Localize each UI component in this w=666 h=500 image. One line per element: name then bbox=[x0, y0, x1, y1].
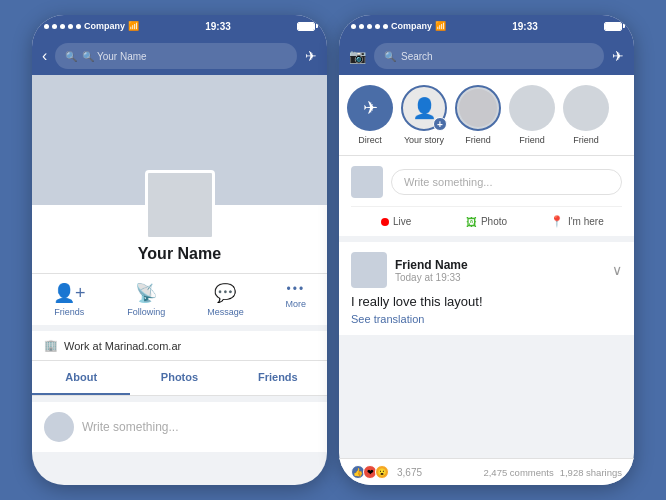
reaction-icons: 👍 ❤ 😮 bbox=[351, 465, 389, 479]
r-signal-dot-1 bbox=[351, 24, 356, 29]
signal-dot-2 bbox=[52, 24, 57, 29]
write-placeholder[interactable]: Write something... bbox=[82, 420, 178, 434]
profile-tab-bar: About Photos Friends bbox=[32, 360, 327, 396]
right-phone-frame: Company 📶 19:33 📷 🔍 Search ✈ ✈ Direct bbox=[339, 15, 634, 485]
message-label: Message bbox=[207, 307, 244, 317]
post-text: I really love this layout! bbox=[351, 294, 622, 309]
story-friend-3[interactable]: Friend bbox=[563, 85, 609, 145]
live-label: Live bbox=[393, 216, 411, 227]
tab-photos[interactable]: Photos bbox=[130, 361, 228, 395]
r-signal-dot-4 bbox=[375, 24, 380, 29]
friends-button[interactable]: 👤+ Friends bbox=[53, 282, 86, 317]
feed-search-icon: 🔍 bbox=[384, 51, 396, 62]
imhere-action[interactable]: 📍 I'm here bbox=[532, 213, 622, 230]
tab-about[interactable]: About bbox=[32, 361, 130, 395]
right-carrier-name: Company bbox=[391, 21, 432, 31]
post-stats: 2,475 comments 1,928 sharings bbox=[483, 467, 622, 478]
right-nav-bar: 📷 🔍 Search ✈ bbox=[339, 37, 634, 75]
profile-search-bar[interactable]: 🔍 🔍 Your Name bbox=[55, 43, 297, 69]
friends-label: Friends bbox=[54, 307, 84, 317]
profile-action-buttons: 👤+ Friends 📡 Following 💬 Message ••• Mor… bbox=[32, 273, 327, 325]
search-icon: 🔍 bbox=[65, 51, 77, 62]
write-box: Write something... bbox=[32, 396, 327, 452]
right-battery-fill bbox=[605, 23, 621, 30]
post-timestamp: Today at 19:33 bbox=[395, 272, 604, 283]
message-icon: 💬 bbox=[214, 282, 236, 304]
composer-input[interactable]: Write something... bbox=[391, 169, 622, 195]
back-button[interactable]: ‹ bbox=[42, 47, 47, 65]
your-story-circle: 👤 + bbox=[401, 85, 447, 131]
post-body: I really love this layout! See translati… bbox=[339, 294, 634, 335]
r-signal-dot-3 bbox=[367, 24, 372, 29]
post-author-name[interactable]: Friend Name bbox=[395, 258, 604, 272]
tab-friends[interactable]: Friends bbox=[229, 361, 327, 395]
location-icon: 📍 bbox=[550, 215, 564, 228]
more-icon: ••• bbox=[286, 282, 305, 296]
profile-picture bbox=[145, 170, 215, 240]
right-wifi-icon: 📶 bbox=[435, 21, 446, 31]
live-action[interactable]: Live bbox=[351, 213, 441, 230]
friend-1-circle bbox=[455, 85, 501, 131]
signal-dot-1 bbox=[44, 24, 49, 29]
post-chevron-icon[interactable]: ∨ bbox=[612, 262, 622, 278]
feed-spacer bbox=[339, 335, 634, 458]
photo-icon: 🖼 bbox=[466, 216, 477, 228]
direct-paper-plane-icon: ✈ bbox=[363, 97, 378, 119]
photo-label: Photo bbox=[481, 216, 507, 227]
post-meta: Friend Name Today at 19:33 bbox=[395, 258, 604, 283]
r-signal-dot-2 bbox=[359, 24, 364, 29]
friend-1-label: Friend bbox=[465, 135, 491, 145]
following-icon: 📡 bbox=[135, 282, 157, 304]
live-icon bbox=[381, 218, 389, 226]
composer-actions: Live 🖼 Photo 📍 I'm here bbox=[351, 206, 622, 230]
camera-icon[interactable]: 📷 bbox=[349, 48, 366, 64]
composer-top: Write something... bbox=[351, 166, 622, 198]
write-avatar bbox=[44, 412, 74, 442]
more-button[interactable]: ••• More bbox=[286, 282, 307, 317]
friend-2-circle bbox=[509, 85, 555, 131]
profile-picture-container bbox=[145, 170, 215, 240]
friend-2-label: Friend bbox=[519, 135, 545, 145]
cover-photo bbox=[32, 75, 327, 205]
stories-row: ✈ Direct 👤 + Your story Friend Friend bbox=[339, 75, 634, 156]
story-friend-2[interactable]: Friend bbox=[509, 85, 555, 145]
story-friend-1[interactable]: Friend bbox=[455, 85, 501, 145]
likes-count: 3,675 bbox=[397, 467, 422, 478]
search-name-text: 🔍 Your Name bbox=[82, 51, 146, 62]
friend-3-circle bbox=[563, 85, 609, 131]
left-clock: 19:33 bbox=[205, 21, 231, 32]
signal-dot-5 bbox=[76, 24, 81, 29]
shares-count[interactable]: 1,928 sharings bbox=[560, 467, 622, 478]
left-nav-bar: ‹ 🔍 🔍 Your Name ✈ bbox=[32, 37, 327, 75]
see-translation-link[interactable]: See translation bbox=[351, 313, 622, 325]
following-button[interactable]: 📡 Following bbox=[127, 282, 165, 317]
friend-3-label: Friend bbox=[573, 135, 599, 145]
imhere-label: I'm here bbox=[568, 216, 604, 227]
right-status-bar: Company 📶 19:33 bbox=[339, 15, 634, 37]
carrier-dots: Company 📶 bbox=[44, 21, 139, 31]
signal-dot-4 bbox=[68, 24, 73, 29]
signal-dot-3 bbox=[60, 24, 65, 29]
friends-icon: 👤+ bbox=[53, 282, 86, 304]
post-header: Friend Name Today at 19:33 ∨ bbox=[339, 242, 634, 294]
feed-search-bar[interactable]: 🔍 Search bbox=[374, 43, 604, 69]
your-story-label: Your story bbox=[404, 135, 444, 145]
more-label: More bbox=[286, 299, 307, 309]
right-carrier-dots: Company 📶 bbox=[351, 21, 446, 31]
right-battery-icon bbox=[604, 22, 622, 31]
r-signal-dot-5 bbox=[383, 24, 388, 29]
right-messenger-icon[interactable]: ✈ bbox=[612, 48, 624, 64]
composer-avatar bbox=[351, 166, 383, 198]
left-wifi-icon: 📶 bbox=[128, 21, 139, 31]
message-button[interactable]: 💬 Message bbox=[207, 282, 244, 317]
comments-count[interactable]: 2,475 comments bbox=[483, 467, 553, 478]
right-battery bbox=[604, 22, 622, 31]
composer-placeholder: Write something... bbox=[404, 176, 492, 188]
messenger-icon[interactable]: ✈ bbox=[305, 48, 317, 64]
story-direct[interactable]: ✈ Direct bbox=[347, 85, 393, 145]
right-clock: 19:33 bbox=[512, 21, 538, 32]
plus-badge: + bbox=[433, 117, 447, 131]
story-your[interactable]: 👤 + Your story bbox=[401, 85, 447, 145]
work-info-section: 🏢 Work at Marinad.com.ar bbox=[32, 325, 327, 360]
photo-action[interactable]: 🖼 Photo bbox=[441, 213, 531, 230]
